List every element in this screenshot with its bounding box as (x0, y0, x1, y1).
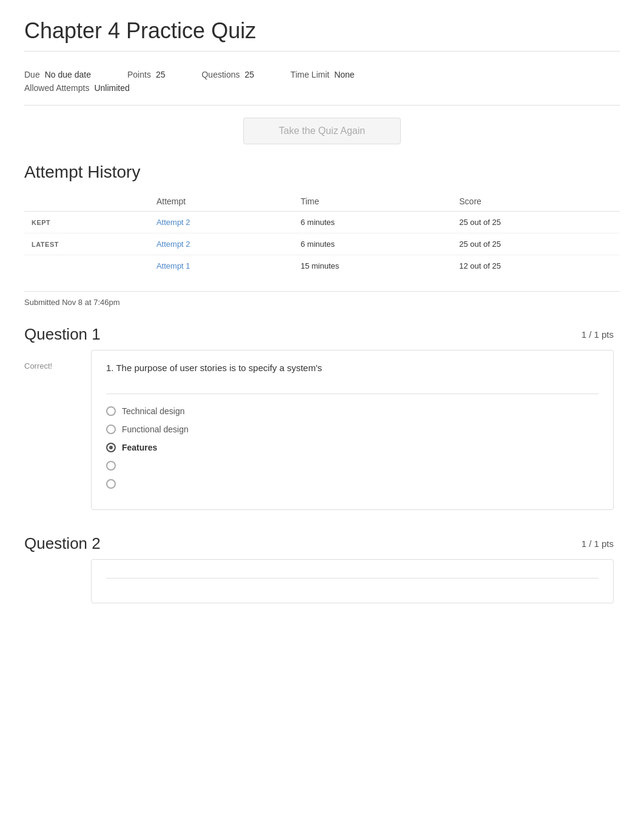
table-row: KEPT Attempt 2 6 minutes 25 out of 25 (24, 212, 620, 233)
radio-circle (106, 424, 116, 434)
answer-label: Functional design (122, 424, 189, 434)
answer-option-extra (106, 479, 599, 489)
answer-option-extra (106, 461, 599, 471)
attempt-history-title: Attempt History (24, 163, 620, 182)
quiz-meta: Due No due date Points 25 Questions 25 T… (24, 61, 620, 106)
answer-option: Functional design (106, 424, 599, 434)
attempt-history-table: Attempt Time Score KEPT Attempt 2 6 minu… (24, 192, 620, 277)
col-badge (24, 192, 149, 212)
questions-value: 25 (245, 70, 255, 79)
attempt-link[interactable]: Attempt 1 (156, 261, 190, 270)
correct-indicator: Correct! (24, 361, 52, 371)
radio-circle (106, 443, 116, 452)
attempt-time: 6 minutes (293, 233, 452, 255)
question-text: 1. The purpose of user stories is to spe… (106, 363, 599, 381)
question-card (91, 559, 614, 603)
allowed-attempts-value: Unlimited (94, 83, 129, 93)
answer-option: Technical design (106, 406, 599, 416)
question-wrapper-2: Question 2 1 / 1 pts (24, 534, 620, 603)
due-value: No due date (45, 70, 91, 79)
question-header: Question 2 1 / 1 pts (24, 534, 620, 553)
attempt-link[interactable]: Attempt 2 (156, 240, 190, 249)
question-title: Question 2 (24, 534, 101, 553)
answer-label: Technical design (122, 406, 185, 416)
time-limit-label: Time Limit (290, 70, 329, 79)
attempt-score: 25 out of 25 (452, 212, 620, 233)
attempt-time: 6 minutes (293, 212, 452, 233)
points-label: Points (127, 70, 151, 79)
question-pts: 1 / 1 pts (582, 538, 614, 549)
page-title: Chapter 4 Practice Quiz (24, 18, 620, 52)
attempt-badge: KEPT (32, 219, 50, 226)
question-title: Question 1 (24, 325, 101, 344)
due-label: Due (24, 70, 40, 79)
points-value: 25 (156, 70, 166, 79)
col-time: Time (293, 192, 452, 212)
options-container: Technical design Functional design Featu… (106, 406, 599, 489)
attempt-link[interactable]: Attempt 2 (156, 218, 190, 227)
answer-label: Features (122, 443, 157, 452)
question-header: Question 1 1 / 1 pts (24, 325, 620, 344)
time-limit-value: None (334, 70, 354, 79)
divider (106, 578, 599, 578)
radio-circle (106, 406, 116, 416)
radio-circle (106, 479, 116, 489)
question-wrapper-1: Question 1 1 / 1 pts Correct! 1. The pur… (24, 325, 620, 510)
attempt-time: 15 minutes (293, 255, 452, 277)
divider (106, 394, 599, 394)
attempt-score: 25 out of 25 (452, 233, 620, 255)
questions-container: Question 1 1 / 1 pts Correct! 1. The pur… (24, 325, 620, 603)
question-card: 1. The purpose of user stories is to spe… (91, 350, 614, 510)
attempt-badge: LATEST (32, 241, 59, 248)
questions-label: Questions (201, 70, 240, 79)
allowed-attempts-label: Allowed Attempts (24, 83, 89, 93)
radio-circle (106, 461, 116, 471)
submitted-info: Submitted Nov 8 at 7:46pm (24, 291, 620, 313)
col-attempt: Attempt (149, 192, 293, 212)
col-score: Score (452, 192, 620, 212)
attempt-score: 12 out of 25 (452, 255, 620, 277)
table-row: Attempt 1 15 minutes 12 out of 25 (24, 255, 620, 277)
answer-option: Features (106, 443, 599, 452)
question-pts: 1 / 1 pts (582, 329, 614, 340)
take-quiz-button[interactable]: Take the Quiz Again (243, 118, 401, 144)
table-row: LATEST Attempt 2 6 minutes 25 out of 25 (24, 233, 620, 255)
